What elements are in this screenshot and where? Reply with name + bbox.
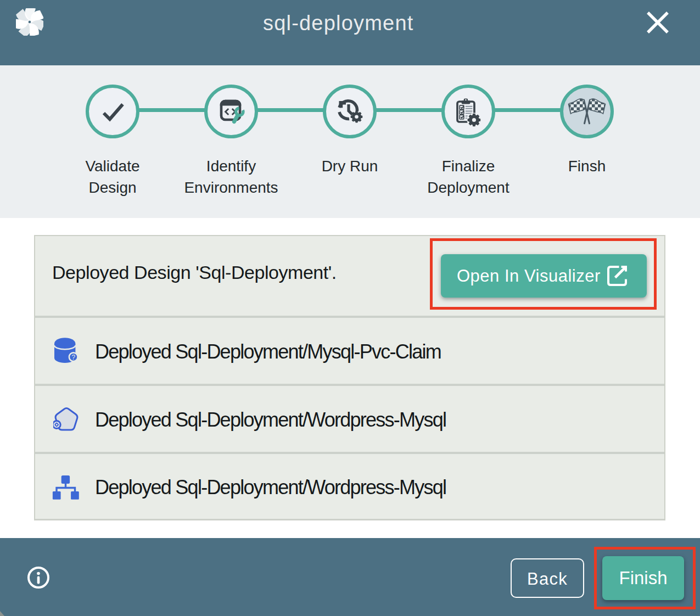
svg-text:?: ? xyxy=(71,354,75,361)
